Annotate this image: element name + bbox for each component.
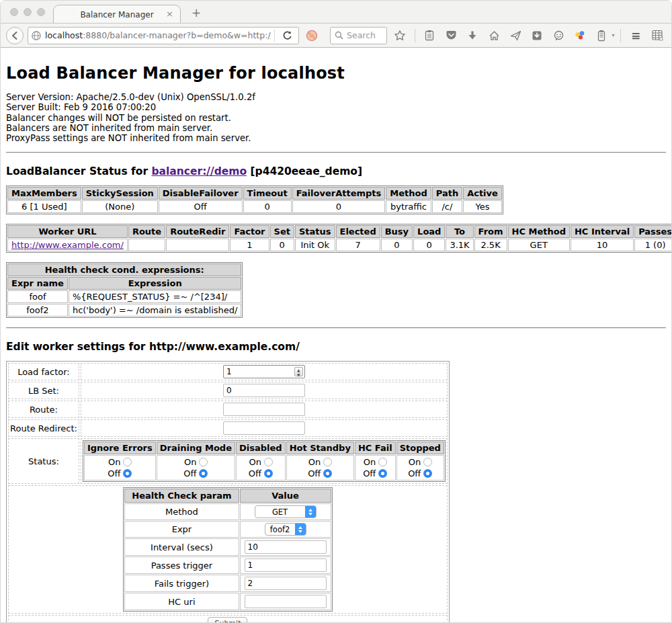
minimize-window-button[interactable] — [24, 8, 32, 16]
cell-passes: 1 (0) — [634, 239, 672, 251]
hot-standby-off-radio[interactable] — [323, 469, 332, 478]
battery-extension-button[interactable] — [593, 27, 610, 44]
block-plugin-button[interactable] — [303, 27, 321, 44]
url-text[interactable]: localhost:8880/balancer-manager?b=demo&w… — [45, 30, 271, 40]
ignore-errors-off-radio[interactable] — [123, 469, 132, 478]
new-tab-button[interactable]: + — [192, 6, 201, 19]
smiley-bubble-icon — [553, 30, 564, 41]
reload-button[interactable] — [278, 27, 296, 44]
url-bar[interactable]: localhost:8880/balancer-manager?b=demo&w… — [28, 27, 299, 44]
grid-notes-icon — [651, 30, 663, 41]
fails-input[interactable] — [245, 577, 327, 590]
disabled-off-radio[interactable] — [264, 469, 273, 478]
col-expression: Expression — [69, 277, 242, 290]
ignore-errors-on-radio[interactable] — [123, 458, 132, 466]
cell-busy: 0 — [381, 239, 413, 251]
overflow-caret-icon[interactable]: ▾ — [612, 32, 614, 38]
persist-note-line: Balancer changes will NOT be persisted o… — [6, 113, 666, 123]
cell-stickysession: (None) — [82, 200, 158, 213]
form-row-load-factor: Load factor: ▲▼ — [8, 363, 448, 380]
cell-elected: 7 — [336, 239, 380, 251]
cell-route — [128, 239, 165, 251]
browser-window: Balancer Manager × + localhost:8880/bala… — [0, 0, 672, 623]
feedback-extension-button[interactable] — [550, 27, 567, 44]
load-factor-input[interactable] — [223, 365, 305, 378]
blocked-plugin-icon — [306, 30, 318, 42]
interval-input[interactable] — [245, 540, 327, 554]
grid-extension-button[interactable] — [648, 27, 666, 44]
form-row-lb-set: LB Set: — [8, 382, 448, 399]
home-icon — [489, 30, 500, 41]
hc-uri-input[interactable] — [245, 595, 327, 608]
method-select[interactable]: GET — [255, 505, 317, 518]
fails-param-label: Fails trigger) — [124, 575, 239, 592]
download-icon — [467, 30, 478, 41]
download-button[interactable] — [464, 27, 481, 44]
draining-mode-off-radio[interactable] — [199, 469, 208, 478]
load-factor-label: Load factor: — [8, 363, 79, 380]
hc-fail-off-radio[interactable] — [378, 469, 387, 478]
inherit-note-line: Balancers are NOT inherited from main se… — [6, 123, 666, 133]
lb-set-input[interactable] — [223, 384, 305, 397]
col-passes: Passes — [634, 225, 672, 238]
traffic-lights[interactable] — [10, 8, 45, 16]
clipboard-button[interactable] — [421, 27, 438, 44]
tab-balancer-manager[interactable]: Balancer Manager × — [53, 5, 181, 24]
hot-standby-on-radio[interactable] — [323, 458, 332, 466]
col-timeout: Timeout — [243, 187, 292, 200]
col-set: Set — [270, 225, 294, 238]
on-label: On — [108, 457, 120, 467]
off-label: Off — [183, 468, 196, 479]
expr-row: foof2 hc('body') =~ /domain is establish… — [7, 304, 241, 317]
passes-input[interactable] — [245, 558, 327, 572]
cell-timeout: 0 — [243, 200, 292, 213]
col-load: Load — [413, 225, 445, 238]
hc-params-table: Health Check param Value Method GET Expr… — [123, 487, 332, 612]
route-input[interactable] — [223, 403, 305, 416]
worker-table: Worker URL Route RouteRedir Factor Set S… — [6, 224, 672, 253]
page-content: Load Balancer Manager for localhost Serv… — [1, 48, 671, 623]
cell-expression-foof2: hc('body') =~ /domain is established/ — [69, 304, 242, 317]
submit-button[interactable]: Submit — [208, 617, 247, 623]
col-expr-name: Expr name — [7, 277, 68, 290]
colored-dots-extension-button[interactable] — [571, 27, 589, 44]
bookmark-button[interactable] — [391, 27, 409, 44]
zoom-window-button[interactable] — [37, 8, 45, 16]
stopped-on-radio[interactable] — [423, 458, 432, 466]
cell-from: 2.5K — [474, 239, 507, 251]
col-draining-mode: Draining Mode — [157, 442, 235, 454]
off-label: Off — [308, 468, 321, 479]
url-path: :8880/balancer-manager?b=demo&w=http://w… — [83, 30, 271, 40]
tab-bar: Balancer Manager × + — [1, 1, 671, 24]
search-bar[interactable]: Search — [330, 27, 387, 44]
route-redirect-input[interactable] — [223, 421, 305, 435]
number-spinner-icon[interactable]: ▲▼ — [294, 367, 303, 376]
back-button[interactable] — [6, 27, 24, 44]
on-label: On — [249, 457, 261, 467]
tab-close-icon[interactable]: × — [166, 9, 173, 19]
hc-expressions-table: Health check cond. expressions: Expr nam… — [6, 262, 243, 318]
off-label: Off — [108, 468, 120, 479]
cell-expr-name-foof2: foof2 — [7, 304, 68, 317]
close-window-button[interactable] — [10, 8, 18, 16]
toolbar-divider-2 — [620, 29, 621, 42]
send-tab-button[interactable] — [507, 27, 524, 44]
home-button[interactable] — [485, 27, 503, 44]
search-icon — [335, 31, 343, 40]
col-hot-standby: Hot Standby — [286, 442, 354, 454]
stopped-off-radio[interactable] — [423, 469, 432, 478]
menu-button[interactable]: ≡ — [627, 27, 644, 44]
draining-mode-on-radio[interactable] — [199, 458, 208, 466]
reader-extension-button[interactable] — [528, 27, 546, 44]
cell-factor: 1 — [230, 239, 269, 251]
back-arrow-icon — [10, 31, 19, 40]
lb-set-label: LB Set: — [8, 382, 79, 399]
col-hc-value: Value — [240, 489, 331, 503]
balancer-demo-link[interactable]: balancer://demo — [151, 165, 247, 177]
paper-plane-icon — [510, 30, 521, 41]
hc-fail-on-radio[interactable] — [378, 458, 387, 466]
pocket-button[interactable] — [442, 27, 460, 44]
expr-select[interactable]: foof2 — [265, 523, 306, 536]
disabled-on-radio[interactable] — [264, 458, 273, 466]
worker-url-link[interactable]: http://www.example.com/ — [11, 240, 124, 250]
